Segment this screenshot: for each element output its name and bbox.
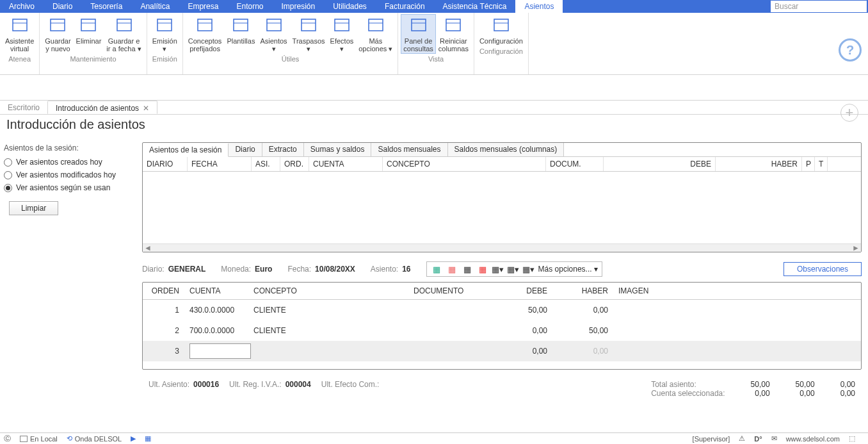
upper-th-fecha[interactable]: FECHA bbox=[188, 157, 252, 171]
entry-cell-documento[interactable] bbox=[408, 347, 492, 355]
conceptos-prefijados-button[interactable]: Conceptosprefijados bbox=[186, 14, 225, 54]
efectos-button[interactable]: Efectos▾ bbox=[328, 14, 357, 54]
entry-row[interactable]: 2700.0.0.0000CLIENTE0,0050,00 bbox=[143, 320, 861, 341]
entry-cell-imagen[interactable] bbox=[613, 306, 677, 314]
entry-cell-concepto[interactable]: CLIENTE bbox=[248, 302, 408, 318]
entry-cell-orden[interactable]: 3 bbox=[143, 343, 184, 359]
entry-cell-imagen[interactable] bbox=[613, 327, 677, 334]
status-en-local[interactable]: En Local bbox=[20, 435, 58, 443]
menu-item-asientos[interactable]: Asientos bbox=[515, 0, 563, 13]
tool-icon-7[interactable]: ▦▾ bbox=[523, 263, 534, 275]
upper-th-haber[interactable]: HABER bbox=[716, 157, 802, 171]
entry-cell-cuenta[interactable]: 430.0.0.0000 bbox=[184, 302, 248, 318]
entry-th-debe[interactable]: DEBE bbox=[492, 283, 552, 299]
entry-th-documento[interactable]: DOCUMENTO bbox=[408, 283, 492, 299]
entry-row[interactable]: 1430.0.0.0000CLIENTE50,000,00 bbox=[143, 300, 861, 320]
entry-cell-debe[interactable]: 0,00 bbox=[492, 322, 552, 339]
reiniciar-columnas-button[interactable]: Reiniciarcolumnas bbox=[436, 14, 471, 54]
emision-button[interactable]: Emisión▾ bbox=[150, 14, 180, 54]
entry-th-haber[interactable]: HABER bbox=[552, 283, 613, 299]
asientos-button[interactable]: Asientos▾ bbox=[257, 14, 289, 54]
menu-item-anal-tica[interactable]: Analítica bbox=[131, 0, 179, 13]
mas-opciones-button[interactable]: Más opciones... ▾ bbox=[538, 265, 598, 274]
entry-th-concepto[interactable]: CONCEPTO bbox=[248, 283, 408, 299]
status-cloud-icon[interactable]: ⬚ bbox=[849, 434, 855, 443]
entry-cell-cuenta[interactable] bbox=[184, 340, 248, 363]
tool-icon-4[interactable]: ▦ bbox=[477, 263, 488, 275]
status-calendar-icon[interactable]: ▦ bbox=[145, 434, 151, 443]
cuenta-input[interactable] bbox=[189, 343, 251, 359]
subtab-extracto[interactable]: Extracto bbox=[262, 143, 304, 156]
entry-cell-haber[interactable]: 0,00 bbox=[552, 302, 613, 318]
menu-item-entorno[interactable]: Entorno bbox=[227, 0, 272, 13]
upper-th-docum.[interactable]: DOCUM. bbox=[546, 157, 604, 171]
close-tab-icon[interactable]: ✕ bbox=[143, 104, 149, 113]
workspace-tab-escritorio[interactable]: Escritorio bbox=[0, 101, 47, 114]
status-d-icon[interactable]: D° bbox=[754, 435, 762, 443]
help-icon[interactable]: ? bbox=[839, 38, 862, 62]
entry-cell-cuenta[interactable]: 700.0.0.0000 bbox=[184, 322, 248, 339]
entry-cell-documento[interactable] bbox=[408, 327, 492, 334]
status-c-icon[interactable]: Ⓒ bbox=[4, 434, 11, 443]
mas-opciones-button[interactable]: Másopciones ▾ bbox=[356, 14, 395, 54]
entry-th-imagen[interactable]: IMAGEN bbox=[613, 283, 677, 299]
workspace-tab-introducci-n-de-asientos[interactable]: Introducción de asientos✕ bbox=[47, 101, 157, 114]
entry-cell-imagen[interactable] bbox=[613, 347, 677, 355]
menu-item-archivo[interactable]: Archivo bbox=[0, 0, 44, 13]
status-warning-icon[interactable]: ⚠ bbox=[739, 434, 745, 443]
radio-1[interactable]: Ver asientos modificados hoy bbox=[4, 170, 138, 179]
upper-th-debe[interactable]: DEBE bbox=[604, 157, 716, 171]
subtab-diario[interactable]: Diario bbox=[229, 143, 262, 156]
tool-icon-5[interactable]: ▦▾ bbox=[492, 263, 504, 275]
entry-cell-concepto[interactable]: CLIENTE bbox=[248, 322, 408, 339]
menu-item-asistencia-t-cnica[interactable]: Asistencia Técnica bbox=[434, 0, 516, 13]
scrollbar[interactable]: ◄► bbox=[143, 243, 861, 252]
limpiar-button[interactable]: Limpiar bbox=[9, 201, 58, 215]
upper-th-p[interactable]: P bbox=[802, 157, 815, 171]
guardar-ir-a-fecha-button[interactable]: Guardar eir a fecha ▾ bbox=[104, 14, 143, 54]
subtab-sumas-y-saldos[interactable]: Sumas y saldos bbox=[304, 143, 372, 156]
entry-cell-orden[interactable]: 2 bbox=[143, 322, 184, 339]
upper-th-cuenta[interactable]: CUENTA bbox=[309, 157, 383, 171]
upper-th-concepto[interactable]: CONCEPTO bbox=[383, 157, 546, 171]
entry-th-orden[interactable]: ORDEN bbox=[143, 283, 184, 299]
radio-0[interactable]: Ver asientos creados hoy bbox=[4, 158, 138, 167]
traspasos-button[interactable]: Traspasos▾ bbox=[290, 14, 328, 54]
tool-icon-1[interactable]: ▦ bbox=[431, 263, 442, 275]
entry-cell-orden[interactable]: 1 bbox=[143, 302, 184, 318]
plantillas-button[interactable]: Plantillas bbox=[224, 14, 257, 54]
configuracion-button[interactable]: Configuración bbox=[477, 14, 526, 46]
menu-item-tesorer-a[interactable]: Tesorería bbox=[81, 0, 131, 13]
status-url[interactable]: www.sdelsol.com bbox=[786, 435, 840, 443]
radio-2[interactable]: Ver asientos según se usan bbox=[4, 183, 138, 192]
search-input[interactable]: Buscar bbox=[771, 1, 867, 12]
menu-item-impresi-n[interactable]: Impresión bbox=[272, 0, 324, 13]
observaciones-button[interactable]: Observaciones bbox=[784, 262, 862, 276]
entry-cell-debe[interactable]: 0,00 bbox=[492, 343, 552, 359]
panel-de-consultas-button[interactable]: Panel deconsultas bbox=[401, 14, 435, 54]
entry-th-cuenta[interactable]: CUENTA bbox=[184, 283, 248, 299]
entry-cell-debe[interactable]: 50,00 bbox=[492, 302, 552, 318]
menu-item-facturaci-n[interactable]: Facturación bbox=[376, 0, 434, 13]
upper-th-t[interactable]: T bbox=[815, 157, 828, 171]
entry-cell-haber[interactable]: 0,00 bbox=[552, 343, 613, 359]
subtab-saldos-mensuales--columnas-[interactable]: Saldos mensuales (columnas) bbox=[448, 143, 565, 156]
asistente-virtual-button[interactable]: Asistentevirtual bbox=[3, 14, 36, 54]
subtab-saldos-mensuales[interactable]: Saldos mensuales bbox=[371, 143, 447, 156]
status-onda[interactable]: ⟲Onda DELSOL bbox=[67, 434, 122, 443]
guardar-y-nuevo-button[interactable]: Guardary nuevo bbox=[42, 14, 73, 54]
status-mail-icon[interactable]: ✉ bbox=[771, 434, 777, 443]
add-tab-button[interactable]: + bbox=[840, 104, 858, 122]
entry-cell-documento[interactable] bbox=[408, 306, 492, 314]
subtab-asientos-de-la-sesi-n[interactable]: Asientos de la sesión bbox=[143, 144, 229, 157]
upper-th-ord.[interactable]: ORD. bbox=[280, 157, 309, 171]
entry-cell-concepto[interactable] bbox=[248, 347, 408, 355]
entry-cell-haber[interactable]: 50,00 bbox=[552, 322, 613, 339]
upper-th-asi.[interactable]: ASI. bbox=[252, 157, 280, 171]
status-play-icon[interactable]: ▶ bbox=[131, 434, 136, 443]
menu-item-diario[interactable]: Diario bbox=[44, 0, 81, 13]
entry-row[interactable]: 30,000,00 bbox=[143, 341, 861, 361]
tool-icon-6[interactable]: ▦▾ bbox=[508, 263, 519, 275]
menu-item-utilidades[interactable]: Utilidades bbox=[324, 0, 376, 13]
menu-item-empresa[interactable]: Empresa bbox=[179, 0, 227, 13]
